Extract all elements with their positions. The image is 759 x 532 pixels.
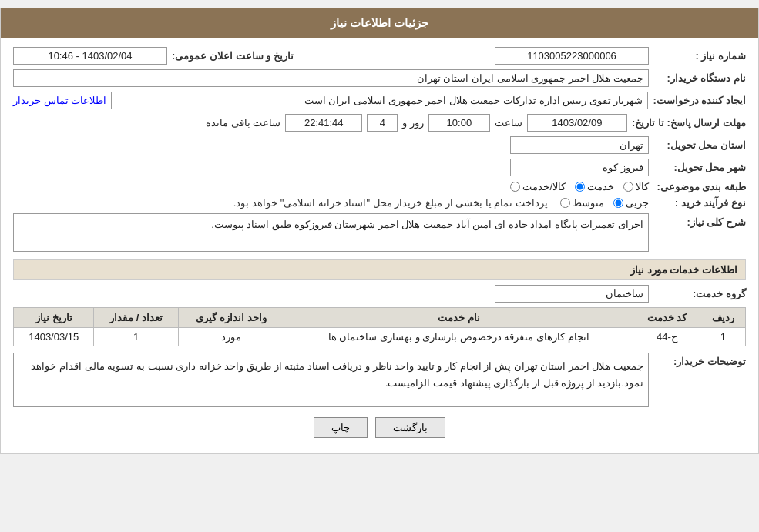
radio-kala-khadamat-label: کالا/خدمت [522, 181, 566, 192]
radio-khadamat-label: خدمت [587, 181, 614, 192]
ijad-value: شهریار تقوی رییس اداره تدارکات جمعیت هلا… [111, 92, 648, 109]
radio-kala-khadamat-input[interactable] [510, 182, 520, 192]
mohlat-baqi: 22:41:44 [285, 114, 362, 132]
mohlat-baqi-label: ساعت باقی مانده [206, 117, 280, 129]
col-kod: کد خدمت [633, 308, 700, 328]
mohlat-saat-label: ساعت [495, 117, 522, 129]
tarikh-label: تاریخ و ساعت اعلان عمومی: [172, 50, 294, 62]
radio-kala-input[interactable] [623, 182, 633, 192]
cell-vahed: مورد [178, 328, 284, 346]
print-button[interactable]: چاپ [314, 417, 368, 438]
ostan-value: تهران [510, 136, 649, 154]
shomara-value: 1103005223000006 [495, 47, 649, 65]
mohlat-roz: 4 [367, 114, 398, 132]
services-table: ردیف کد خدمت نام خدمت واحد اندازه گیری ت… [13, 307, 746, 346]
radio-khadamat-input[interactable] [575, 182, 585, 192]
khadamat-section-header: اطلاعات خدمات مورد نیاز [13, 259, 746, 280]
page-wrapper: جزئیات اطلاعات نیاز شماره نیاز : 1103005… [0, 8, 759, 454]
radio-jozyi-label: جزیی [626, 197, 649, 209]
row-ijad: ایجاد کننده درخواست: شهریار تقوی رییس اد… [13, 92, 746, 109]
tawzihat-value: جمعیت هلال احمر استان تهران پش از انجام … [13, 353, 649, 407]
row-ostan: استان محل تحویل: تهران [13, 136, 746, 154]
sharh-label: شرح کلی نیاز: [653, 213, 746, 228]
radio-jozyi-input[interactable] [613, 198, 623, 208]
row-dastgah: نام دستگاه خریدار: جمعیت هلال احمر جمهور… [13, 69, 746, 87]
radio-motawaset: متوسط [560, 197, 604, 209]
cell-radif: 1 [700, 328, 746, 346]
page-title: جزئیات اطلاعات نیاز [331, 16, 428, 29]
gorouh-label: گروه خدمت: [653, 288, 746, 299]
radio-jozyi: جزیی [613, 197, 649, 209]
dastgah-label: نام دستگاه خریدار: [653, 72, 746, 84]
mohlat-date: 1403/02/09 [527, 114, 627, 132]
radio-motawaset-input[interactable] [560, 198, 570, 208]
sharh-value: اجرای تعمیرات پایگاه امداد جاده ای امین … [13, 213, 649, 252]
gorouh-value: ساختمان [495, 285, 649, 303]
tabaqe-radio-group: کالا/خدمت خدمت کالا [510, 181, 649, 192]
shahr-label: شهر محل تحویل: [653, 162, 746, 173]
col-tedad: تعداد / مقدار [94, 308, 178, 328]
table-row: 1 ح-44 انجام کارهای متفرقه درخصوص بازساز… [14, 328, 746, 346]
radio-khadamat: خدمت [575, 181, 614, 192]
cell-kod: ح-44 [633, 328, 700, 346]
col-nam: نام خدمت [284, 308, 633, 328]
col-vahed: واحد اندازه گیری [178, 308, 284, 328]
cell-nam: انجام کارهای متفرقه درخصوص بازسازی و بهس… [284, 328, 633, 346]
row-gorouh: گروه خدمت: ساختمان [13, 285, 746, 303]
radio-kala-label: کالا [636, 181, 649, 192]
ostan-label: استان محل تحویل: [653, 139, 746, 151]
row-tawzihat: توضیحات خریدار: جمعیت هلال احمر استان ته… [13, 353, 746, 407]
row-farayand: نوع فرآیند خرید : متوسط جزیی پرداخت تمام… [13, 197, 746, 209]
back-button[interactable]: بازگشت [375, 417, 445, 438]
shahr-value: فیروز کوه [510, 159, 649, 176]
btn-row: بازگشت چاپ [13, 417, 746, 438]
cell-tarikh: 1403/03/15 [14, 328, 94, 346]
info-link[interactable]: اطلاعات تماس خریدار [13, 95, 106, 106]
farayand-desc: پرداخت تمام یا بخشی از مبلغ خریداز محل "… [233, 197, 548, 209]
row-sharh: شرح کلی نیاز: اجرای تعمیرات پایگاه امداد… [13, 213, 746, 252]
content: شماره نیاز : 1103005223000006 تاریخ و سا… [1, 38, 758, 453]
tawzihat-label: توضیحات خریدار: [653, 353, 746, 367]
radio-kala-khadamat: کالا/خدمت [510, 181, 566, 192]
radio-motawaset-label: متوسط [573, 197, 604, 209]
col-radif: ردیف [700, 308, 746, 328]
mohlat-roz-label: روز و [402, 117, 424, 129]
row-shomara: شماره نیاز : 1103005223000006 تاریخ و سا… [13, 47, 746, 65]
radio-kala: کالا [623, 181, 649, 192]
mohlat-saat: 10:00 [428, 114, 490, 132]
page-header: جزئیات اطلاعات نیاز [1, 8, 758, 38]
tabaqe-label: طبقه بندی موضوعی: [653, 181, 746, 192]
farayand-radio-group: متوسط جزیی [560, 197, 649, 209]
cell-tedad: 1 [94, 328, 178, 346]
tarikh-value: 1403/02/04 - 10:46 [13, 47, 167, 65]
col-tarikh: تاریخ نیاز [14, 308, 94, 328]
farayand-label: نوع فرآیند خرید : [653, 197, 746, 209]
row-tabaqe: طبقه بندی موضوعی: کالا/خدمت خدمت کالا [13, 181, 746, 192]
row-shahr: شهر محل تحویل: فیروز کوه [13, 159, 746, 176]
row-mohlat: مهلت ارسال پاسخ: تا تاریخ: 1403/02/09 سا… [13, 114, 746, 132]
dastgah-value: جمعیت هلال احمر جمهوری اسلامی ایران استا… [13, 69, 649, 87]
ijad-label: ایجاد کننده درخواست: [653, 95, 746, 106]
mohlat-label: مهلت ارسال پاسخ: تا تاریخ: [632, 117, 746, 129]
shomara-label: شماره نیاز : [653, 50, 746, 62]
